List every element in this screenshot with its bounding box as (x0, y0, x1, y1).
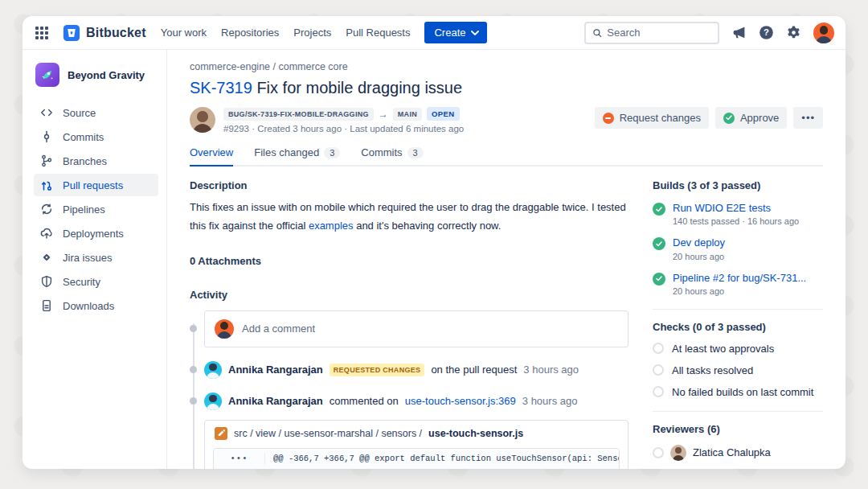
pr-author-avatar[interactable] (190, 107, 215, 133)
comment-placeholder: Add a comment (242, 323, 315, 335)
nav-pull-requests[interactable]: Pull Requests (346, 27, 410, 39)
issue-key[interactable]: SK-7319 (190, 79, 252, 97)
check-pending-icon (653, 386, 664, 397)
target-branch-badge: MAIN (393, 108, 422, 121)
announcements-icon[interactable] (731, 25, 747, 40)
reviewer-avatar[interactable] (204, 392, 222, 410)
activity-time: 3 hours ago (523, 364, 579, 376)
sidebar-item-downloads[interactable]: Downloads (34, 294, 158, 317)
check-pending-icon (653, 343, 664, 354)
hunk-header: @@ -366,7 +366,7 @@ export default funct… (265, 453, 619, 465)
pr-state-badge: OPEN (427, 107, 460, 121)
settings-gear-icon[interactable] (786, 25, 801, 40)
app-switcher-icon[interactable] (35, 27, 48, 39)
nav-projects[interactable]: Projects (293, 27, 331, 39)
tab-commits[interactable]: Commits 3 (361, 146, 423, 166)
current-user-avatar[interactable] (813, 23, 834, 43)
reviewer-avatar[interactable] (204, 361, 222, 379)
sidebar-item-pull-requests[interactable]: Pull requests (34, 174, 158, 196)
timeline-dot (190, 397, 197, 405)
breadcrumb: commerce-engine / commerce core (190, 61, 823, 72)
sidebar-item-pipelines[interactable]: Pipelines (34, 198, 158, 220)
activity-action: commented on (330, 395, 399, 407)
build-link[interactable]: Dev deploy (673, 236, 725, 249)
attachments-heading: 0 Attachments (190, 255, 628, 267)
help-icon[interactable]: ? (759, 25, 774, 40)
comment-entry: Add a comment (204, 310, 628, 347)
check-circle-icon (723, 113, 735, 124)
pipelines-icon (40, 203, 53, 216)
file-modified-icon (215, 427, 227, 440)
description-heading: Description (190, 179, 628, 191)
request-changes-button[interactable]: Request changes (595, 107, 709, 129)
bitbucket-logo[interactable]: Bitbucket (63, 24, 146, 42)
sidebar-item-jira-issues[interactable]: Jira issues (34, 246, 158, 269)
sidebar-item-source[interactable]: Source (34, 101, 158, 124)
sidebar-item-deployments[interactable]: Deployments (34, 222, 158, 244)
approve-label: Approve (740, 112, 779, 124)
current-user-avatar (215, 319, 234, 339)
sidebar-item-branches[interactable]: Branches (34, 150, 158, 172)
build-link[interactable]: Run WDIO E2E tests (673, 202, 799, 215)
builds-heading: Builds (3 of 3 passed) (653, 179, 823, 191)
title-text: Fix for mobile dragging issue (252, 79, 462, 97)
build-item: Pipeline #2 for bug/SK-731... 20 hours a… (653, 272, 823, 296)
commented-file-link[interactable]: use-touch-sensor.js:369 (405, 395, 516, 407)
svg-text:?: ? (764, 27, 769, 37)
examples-link[interactable]: examples (309, 220, 354, 232)
activity-heading: Activity (190, 289, 628, 301)
sidebar-item-label: Source (63, 107, 96, 119)
sidebar-item-label: Branches (63, 155, 107, 167)
reviewer-pending-icon (653, 447, 664, 458)
project-header[interactable]: Beyond Gravity (34, 63, 158, 101)
tab-files-changed[interactable]: Files changed 3 (254, 146, 340, 166)
top-navigation: Bitbucket Your work Repositories Project… (23, 16, 845, 50)
branch-icon (40, 154, 53, 167)
document-icon (40, 299, 53, 312)
nav-repositories[interactable]: Repositories (221, 27, 279, 39)
search-input[interactable] (607, 27, 711, 39)
build-link[interactable]: Pipeline #2 for bug/SK-731... (673, 272, 806, 285)
nav-your-work[interactable]: Your work (161, 27, 207, 39)
description-text: This fixes an issue with on mobile which… (190, 199, 628, 236)
sidebar-item-label: Security (63, 276, 100, 288)
pr-right-rail: Builds (3 of 3 passed) Run WDIO E2E test… (653, 166, 823, 469)
shield-icon (40, 275, 53, 288)
bitbucket-window: Bitbucket Your work Repositories Project… (23, 16, 845, 469)
add-comment-box[interactable]: Add a comment (204, 310, 628, 347)
code-icon (40, 106, 53, 119)
search-icon (592, 27, 602, 39)
chevron-down-icon (471, 31, 479, 35)
search-box[interactable] (584, 22, 719, 44)
reviewers-heading: Reviewers (6) (653, 423, 823, 435)
build-subtitle: 20 hours ago (673, 286, 806, 296)
breadcrumb-repo-link[interactable]: commerce core (279, 61, 348, 72)
build-success-icon (653, 237, 665, 250)
activity-item-comment: Annika Rangarajan commented on use-touch… (204, 392, 628, 410)
bitbucket-mark-icon (63, 24, 80, 42)
build-item: Run WDIO E2E tests 140 tests passed · 16… (653, 202, 823, 226)
brand-name: Bitbucket (86, 26, 146, 40)
breadcrumb-project-link[interactable]: commerce-engine (190, 61, 270, 72)
repo-sidebar: Beyond Gravity Source Commits (23, 50, 167, 469)
activity-author[interactable]: Annika Rangarajan (228, 395, 323, 407)
create-button[interactable]: Create (424, 22, 486, 43)
activity-timeline: Add a comment Annika Rangarajan REQUESTE… (190, 310, 628, 470)
sidebar-item-label: Pipelines (63, 203, 105, 216)
deployments-icon (40, 227, 53, 240)
tab-overview[interactable]: Overview (190, 146, 233, 166)
pr-meta-line: #9293 · Created 3 hours ago · Last updat… (223, 124, 464, 134)
project-avatar-rocket-icon (35, 63, 59, 87)
branch-arrow-icon: → (379, 109, 388, 120)
more-actions-button[interactable]: ••• (793, 107, 823, 129)
activity-author[interactable]: Annika Rangarajan (228, 364, 323, 376)
check-label: No failed builds on last commit (672, 386, 813, 398)
approve-button[interactable]: Approve (715, 107, 787, 129)
sidebar-item-commits[interactable]: Commits (34, 125, 158, 148)
diff-expander-button[interactable]: ••• (214, 453, 265, 465)
sidebar-item-security[interactable]: Security (34, 270, 158, 293)
diff-file-name[interactable]: use-touch-sensor.js (428, 428, 523, 439)
tab-label: Overview (190, 146, 233, 158)
diff-file-path: src / view / use-sensor-marshal / sensor… (234, 428, 422, 439)
sidebar-item-label: Jira issues (63, 252, 112, 264)
